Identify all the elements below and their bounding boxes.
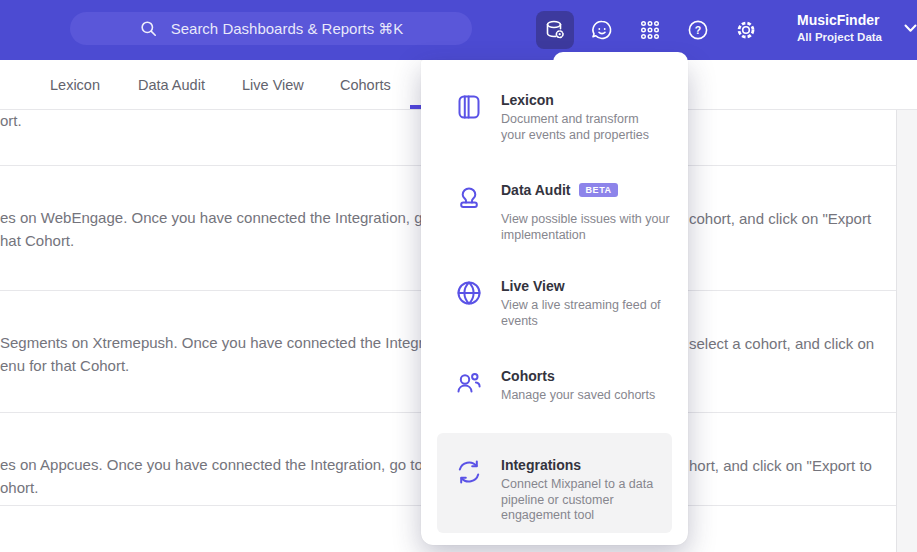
table-row-text: hat Cohort. — [0, 232, 74, 249]
menu-item-title: Data Audit — [501, 181, 570, 199]
feedback-smiley-icon — [590, 18, 614, 42]
menu-item-title: Cohorts — [501, 367, 555, 385]
tab-live-view[interactable]: Live View — [242, 60, 304, 110]
menu-item-title: Lexicon — [501, 91, 554, 109]
table-row-text: Segments on Xtremepush. Once you have co… — [0, 334, 460, 351]
scroll-gutter — [896, 110, 917, 552]
beta-badge: BETA — [579, 183, 617, 197]
table-row-text: es on WebEngage. Once you have connected… — [0, 209, 473, 226]
menu-item-lexicon[interactable]: Lexicon Document and transform your even… — [437, 91, 672, 143]
search-icon — [139, 19, 158, 38]
table-row-text: es on Appcues. Once you have connected t… — [0, 456, 464, 473]
project-switcher[interactable]: MusicFinder All Project Data — [797, 11, 917, 45]
table-row-text: enu for that Cohort. — [0, 357, 129, 374]
tab-cohorts[interactable]: Cohorts — [340, 60, 391, 110]
menu-item-description: Manage your saved cohorts — [501, 388, 655, 404]
menu-item-title: Live View — [501, 277, 565, 295]
lexicon-book-icon — [455, 93, 483, 121]
data-management-button[interactable] — [536, 11, 574, 49]
gear-icon — [734, 18, 758, 42]
live-view-globe-icon — [455, 279, 483, 307]
menu-item-description: View a live streaming feed of events — [501, 298, 661, 329]
data-management-dropdown: Lexicon Document and transform your even… — [421, 60, 688, 545]
database-gear-icon — [544, 19, 566, 41]
tab-data-audit[interactable]: Data Audit — [138, 60, 205, 110]
project-name: MusicFinder — [797, 11, 882, 30]
menu-item-description: Document and transform your events and p… — [501, 112, 649, 143]
app-header: Search Dashboards & Reports ⌘K — [0, 0, 917, 60]
table-row-text: hort, and click on "Export to — [689, 457, 872, 474]
app-window: Search Dashboards & Reports ⌘K — [0, 0, 917, 552]
svg-text:?: ? — [695, 24, 701, 36]
table-row-text: ort. — [0, 112, 22, 129]
data-audit-stamp-icon — [455, 183, 483, 211]
menu-item-data-audit[interactable]: Data Audit BETA View possible issues wit… — [437, 181, 672, 243]
search-input[interactable]: Search Dashboards & Reports ⌘K — [70, 12, 472, 45]
help-icon: ? — [686, 18, 710, 42]
search-placeholder: Search Dashboards & Reports ⌘K — [171, 20, 404, 38]
table-row-text: select a cohort, and click on — [689, 335, 874, 352]
table-row-text: cohort, and click on "Export — [689, 210, 871, 227]
menu-item-cohorts[interactable]: Cohorts Manage your saved cohorts — [437, 367, 672, 404]
menu-item-live-view[interactable]: Live View View a live streaming feed of … — [437, 277, 672, 329]
grid-dots-icon — [638, 18, 662, 42]
project-scope: All Project Data — [797, 30, 882, 45]
cohorts-users-icon — [455, 369, 483, 397]
feedback-button[interactable] — [589, 17, 615, 43]
menu-item-integrations[interactable]: Integrations Connect Mixpanel to a data … — [437, 433, 672, 533]
integrations-sync-icon — [455, 458, 483, 486]
menu-item-description: View possible issues with your implement… — [501, 212, 670, 243]
menu-item-title: Integrations — [501, 456, 581, 474]
help-button[interactable]: ? — [685, 17, 711, 43]
chevron-down-icon — [904, 24, 917, 33]
menu-item-description: Connect Mixpanel to a data pipeline or c… — [501, 477, 653, 524]
settings-button[interactable] — [733, 17, 759, 43]
table-row-text: ohort. — [0, 479, 38, 496]
dropdown-anchor — [553, 52, 688, 66]
apps-grid-button[interactable] — [637, 17, 663, 43]
tab-lexicon[interactable]: Lexicon — [50, 60, 100, 110]
